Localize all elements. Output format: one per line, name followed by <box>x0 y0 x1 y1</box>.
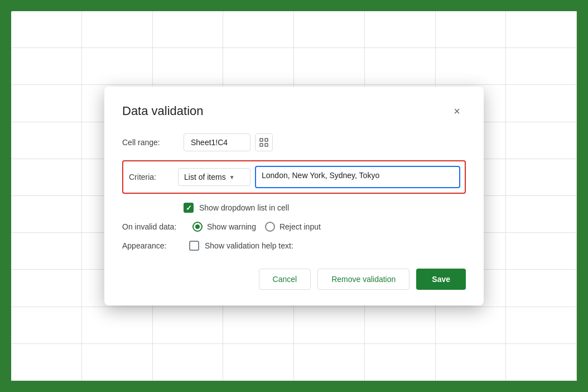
save-button[interactable]: Save <box>416 269 466 290</box>
radio-filled-dot <box>195 224 200 229</box>
svg-rect-3 <box>265 144 268 146</box>
cell-range-label: Cell range: <box>122 138 184 147</box>
cancel-button[interactable]: Cancel <box>259 269 311 290</box>
criteria-type-dropdown[interactable]: List of items ▼ <box>178 168 250 186</box>
grid-svg-icon <box>259 138 268 147</box>
show-dropdown-row: ✓ Show dropdown list in cell <box>122 203 466 213</box>
criteria-items-input[interactable] <box>255 166 460 188</box>
invalid-data-row: On invalid data: Show warning Reject inp… <box>122 222 466 232</box>
modal-title: Data validation <box>122 104 204 118</box>
svg-rect-0 <box>260 138 263 141</box>
cell-range-row: Cell range: Sheet1!C4 <box>122 133 466 151</box>
cell-range-value[interactable]: Sheet1!C4 <box>184 133 250 151</box>
svg-rect-2 <box>260 144 263 146</box>
reject-input-label: Reject input <box>279 222 321 231</box>
modal-overlay: Data validation × Cell range: Sheet1!C4 <box>0 0 588 392</box>
footer-buttons: Cancel Remove validation Save <box>122 269 466 290</box>
show-dropdown-checkbox[interactable]: ✓ <box>184 203 194 213</box>
reject-input-option[interactable]: Reject input <box>265 222 321 232</box>
appearance-row: Appearance: Show validation help text: <box>122 241 466 251</box>
criteria-dropdown-label: List of items <box>184 173 226 181</box>
criteria-row: Criteria: List of items ▼ <box>122 160 466 194</box>
close-button[interactable]: × <box>448 102 466 120</box>
criteria-label: Criteria: <box>128 173 178 181</box>
show-warning-option[interactable]: Show warning <box>192 222 256 232</box>
appearance-label: Appearance: <box>122 241 184 250</box>
help-text-label: Show validation help text: <box>205 241 293 250</box>
data-validation-modal: Data validation × Cell range: Sheet1!C4 <box>104 87 484 305</box>
chevron-down-icon: ▼ <box>229 174 235 180</box>
invalid-data-label: On invalid data: <box>122 222 184 231</box>
cell-range-input-group: Sheet1!C4 <box>184 133 273 151</box>
checkmark-icon: ✓ <box>186 204 192 212</box>
show-warning-label: Show warning <box>207 222 256 231</box>
svg-rect-1 <box>265 138 268 141</box>
help-text-checkbox[interactable] <box>189 241 199 251</box>
reject-input-radio[interactable] <box>265 222 275 232</box>
grid-selector-icon[interactable] <box>255 133 273 151</box>
remove-validation-button[interactable]: Remove validation <box>317 269 409 290</box>
show-dropdown-label: Show dropdown list in cell <box>199 203 289 212</box>
modal-header: Data validation × <box>122 102 466 120</box>
show-warning-radio[interactable] <box>192 222 203 232</box>
